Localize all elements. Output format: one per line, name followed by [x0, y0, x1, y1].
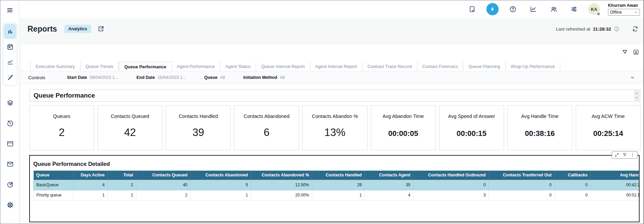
column-header[interactable]: Queue: [34, 171, 74, 180]
sidebar-mail-button[interactable]: [6, 160, 14, 168]
pie-icon: [6, 181, 14, 188]
sliders-icon: [570, 5, 578, 13]
kebab-menu-button[interactable]: [630, 153, 635, 157]
bar-chart-icon: [6, 28, 14, 35]
tab-queue-interval-report[interactable]: Queue Interval Report: [256, 62, 310, 71]
tab-agent-interval-report[interactable]: Agent Interval Report: [310, 62, 362, 71]
sidebar-line-chart-button[interactable]: [4, 54, 16, 70]
help-icon: [509, 5, 517, 13]
info-icon: [614, 26, 620, 32]
tab-queue-trends[interactable]: Queue Trends: [80, 62, 119, 71]
sidebar-history-button[interactable]: [6, 120, 14, 127]
section-spinner[interactable]: ▲▼: [634, 90, 639, 101]
section-header: Queue Performance ▲▼: [29, 89, 641, 102]
tab-agent-performance[interactable]: Agent Performance: [172, 62, 220, 71]
table-cell: 0: [413, 180, 489, 190]
sidebar-pie-button[interactable]: [6, 181, 14, 188]
topbar-document-button[interactable]: [466, 3, 478, 15]
sidebar-window-button[interactable]: [6, 140, 14, 148]
column-header[interactable]: Contacts Queued: [136, 171, 191, 180]
panel-tools: [622, 49, 639, 55]
brush-icon: [6, 74, 14, 81]
kpi-card: Avg ACW Time00:25:14: [576, 105, 641, 150]
open-in-new-button[interactable]: [97, 25, 105, 33]
detail-table: QueueDays ActiveTotalContacts QueuedCont…: [33, 171, 639, 201]
metrics-icon: [530, 5, 537, 13]
control-queue[interactable]: QueueAll: [204, 75, 225, 80]
table-cell: 0: [555, 180, 591, 190]
download-icon: [633, 49, 639, 55]
control-end-date[interactable]: End Date15/04/2023 1...: [137, 75, 186, 80]
expand-icon: [614, 153, 619, 157]
report-panel: Executive SummaryQueue TrendsQueue Perfo…: [21, 45, 643, 223]
table-cell: 4: [365, 190, 413, 200]
mail-icon: [6, 160, 14, 168]
section-title: Queue Performance: [34, 92, 95, 99]
kpi-label: Queues: [53, 114, 70, 119]
topbar-right-cluster: KA Khurram Awan Offline: [466, 0, 641, 18]
detail-table-title: Queue Performance Detailed: [33, 161, 639, 167]
window-icon: [6, 140, 14, 148]
table-cell: 0: [489, 190, 555, 200]
column-header[interactable]: Contacts Abandoned %: [251, 171, 312, 180]
column-header[interactable]: Days Active: [74, 171, 108, 180]
topbar-metrics-button[interactable]: [527, 3, 539, 15]
last-refreshed-time: 11:28:32: [593, 27, 611, 32]
hamburger-menu-button[interactable]: [5, 6, 15, 14]
topbar-lightning-button[interactable]: [486, 3, 499, 15]
column-header[interactable]: Total: [108, 171, 136, 180]
sidebar-bar-chart-button[interactable]: [4, 24, 16, 39]
tab-contact-forensics[interactable]: Contact Forensics: [417, 62, 464, 71]
kpi-label: Avg ACW Time: [592, 114, 625, 119]
sidebar: [0, 0, 19, 224]
column-header[interactable]: Contacts Agent: [365, 171, 413, 180]
sidebar-brush-button[interactable]: [4, 70, 16, 85]
table-cell: 35: [365, 180, 413, 190]
status-dropdown[interactable]: Offline: [608, 9, 640, 16]
sidebar-gear-button[interactable]: [6, 201, 14, 209]
kpi-card: Contacts Abandon %13%: [302, 105, 367, 150]
column-header[interactable]: Contacts Handled: [312, 171, 365, 180]
tab-agent-status[interactable]: Agent Status: [220, 62, 256, 71]
kpi-card: Contacts Handled39: [166, 105, 231, 150]
info-icon[interactable]: [614, 26, 620, 32]
app-window: KA Khurram Awan Offline Reports Analytic…: [0, 0, 644, 224]
kpi-label: Avg Abandon Time: [382, 114, 424, 119]
topbar-sliders-button[interactable]: [568, 3, 580, 15]
table-cell: Priority queue: [34, 190, 74, 200]
lightning-icon: [489, 5, 496, 13]
column-header[interactable]: Contacts Handled Outbound: [413, 171, 489, 180]
kpi-label: Avg Speed of Answer: [448, 114, 495, 119]
tab-queue-performance[interactable]: Queue Performance: [119, 62, 172, 71]
sidebar-layers-button[interactable]: [6, 99, 14, 107]
column-header[interactable]: Avg Handl.: [591, 171, 639, 180]
control-initiation-method[interactable]: Initiation MethodAll: [243, 75, 285, 80]
table-row[interactable]: Priority queue122120.00%1430000:01:19: [34, 190, 639, 200]
topbar-contacts-button[interactable]: [548, 3, 560, 15]
avatar[interactable]: KA: [588, 3, 600, 15]
control-start-date[interactable]: Start Date09/04/2023 1...: [67, 75, 118, 80]
column-header[interactable]: Contacts Tranferred Out: [489, 171, 555, 180]
tab-queue-planning[interactable]: Queue Planning: [463, 62, 505, 71]
refresh-button[interactable]: [632, 25, 639, 32]
detail-table-card: Queue Performance Detailed QueueDays Act…: [29, 155, 640, 222]
tab-executive-summary[interactable]: Executive Summary: [30, 62, 80, 71]
filter-funnel-button[interactable]: [622, 49, 628, 55]
chevron-down-icon: [634, 10, 638, 14]
tab-contract-trace-record[interactable]: Contract Trace Record: [362, 62, 417, 71]
table-header-row: QueueDays ActiveTotalContacts QueuedCont…: [34, 171, 639, 180]
sidebar-calendar-button[interactable]: [4, 39, 16, 54]
topbar-help-button[interactable]: [507, 3, 519, 15]
calendar-icon: [6, 43, 14, 51]
last-refreshed: Last refreshed at 11:28:32: [556, 25, 639, 32]
download-button[interactable]: [633, 49, 639, 55]
controls-collapse-chevron[interactable]: [630, 75, 635, 80]
expand-button[interactable]: [614, 153, 619, 157]
table-row[interactable]: BasicQueue4240512.50%293500000:42:22: [34, 180, 639, 190]
tab-wrap-up-performance[interactable]: Wrap-Up Performance: [506, 62, 560, 71]
column-header[interactable]: Callbacks: [555, 171, 591, 180]
kpi-value: 42: [124, 126, 136, 139]
column-header[interactable]: Contacts Abandoned: [191, 171, 251, 180]
table-cell: 3: [413, 190, 489, 200]
table-filter-button[interactable]: [622, 153, 627, 157]
